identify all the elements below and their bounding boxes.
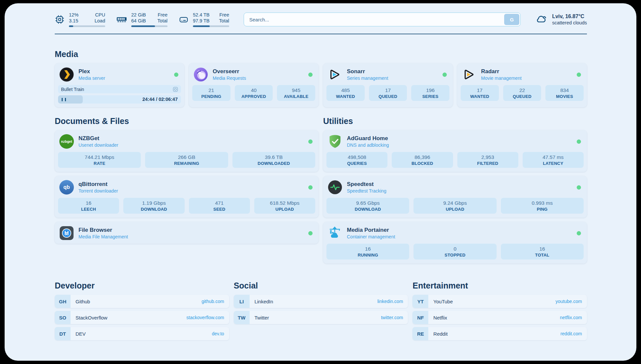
memory-label2: Total	[157, 18, 168, 24]
section-media: Media Plex Media server	[55, 49, 587, 107]
bookmark-youtube[interactable]: YT YouTube youtube.com	[412, 295, 587, 308]
bookmark-abbr: YT	[412, 295, 428, 308]
status-dot	[308, 185, 313, 190]
app-title: NZBGet	[78, 135, 118, 142]
top-bar: 12%3.15 CPULoad 22 GiB64 GiB FreeTotal	[55, 12, 587, 27]
adguard-logo-icon	[328, 134, 342, 149]
app-subtitle: Container management	[347, 234, 395, 239]
entertainment-section-title: Entertainment	[412, 281, 587, 290]
bookmark-url: dev.to	[212, 331, 224, 336]
stat-upload: 9.24 GbpsUPLOAD	[413, 198, 496, 214]
bookmark-twitter[interactable]: TW Twitter twitter.com	[234, 311, 408, 324]
weather-widget[interactable]: Lviv, 16.87°C scattered clouds	[535, 14, 587, 25]
bookmark-abbr: LI	[234, 295, 250, 308]
status-dot	[308, 73, 313, 77]
now-playing-title: Bullet Train	[61, 87, 84, 92]
bookmark-linkedin[interactable]: LI LinkedIn linkedin.com	[234, 295, 408, 308]
app-title: Speedtest	[347, 181, 386, 188]
status-dot	[577, 139, 581, 144]
app-subtitle: Media File Management	[78, 234, 128, 239]
app-card-radarr[interactable]: Radarr Movie management 17WANTED 22QUEUE…	[457, 63, 587, 107]
utilities-section-title: Utilities	[323, 116, 587, 126]
stat-filtered: 2,953FILTERED	[457, 152, 518, 168]
stat-blocked: 86,396BLOCKED	[392, 152, 453, 168]
cpu-label2: Load	[95, 18, 105, 24]
stat-running: 16RUNNING	[326, 244, 409, 259]
cpu-progress-bar	[69, 25, 105, 27]
cpu-label1: CPU	[95, 12, 105, 18]
disk-stat-widget: 52.4 TB97.9 TB FreeTotal	[179, 12, 229, 27]
bookmark-abbr: RE	[412, 327, 428, 340]
app-card-filebrowser[interactable]: File Browser Media File Management	[55, 222, 319, 244]
app-card-qbittorrent[interactable]: qb qBittorrent Torrent downloader 16LEEC…	[55, 176, 319, 218]
app-title: Radarr	[481, 68, 522, 75]
now-playing-title-row: Bullet Train	[58, 85, 181, 93]
status-dot	[174, 73, 178, 77]
stat-wanted: 485WANTED	[326, 85, 365, 101]
cpu-load-value: 3.15	[69, 18, 78, 24]
status-dot	[577, 73, 581, 77]
search-input[interactable]	[244, 13, 521, 26]
now-playing-progress[interactable]: 24:44 / 02:06:47	[58, 95, 181, 104]
bookmark-url: twitter.com	[381, 315, 403, 320]
stat-seed: 471SEED	[189, 198, 250, 214]
app-title: AdGuard Home	[347, 135, 389, 142]
pause-icon[interactable]	[62, 98, 66, 101]
bookmark-abbr: TW	[234, 311, 250, 324]
bookmark-dev[interactable]: DT DEV dev.to	[55, 327, 229, 340]
app-subtitle: Usenet downloader	[78, 142, 118, 148]
portainer-logo-icon	[328, 226, 342, 240]
app-card-speedtest[interactable]: Speedtest Speedtest Tracking 9.65 GbpsDO…	[323, 176, 587, 218]
plex-logo-icon	[59, 67, 74, 82]
bookmark-github[interactable]: GH Github github.com	[55, 295, 229, 308]
app-card-plex[interactable]: Plex Media server Bullet Train	[55, 63, 184, 107]
bookmark-url: github.com	[201, 299, 224, 304]
cpu-percent: 12%	[69, 12, 78, 18]
stat-latency: 47.57 msLATENCY	[523, 152, 584, 168]
app-title: Overseerr	[213, 68, 246, 75]
app-card-adguard[interactable]: AdGuard Home DNS and adblocking 498,508Q…	[323, 130, 587, 172]
app-title: Sonarr	[347, 68, 388, 75]
bookmark-reddit[interactable]: RE Reddit reddit.com	[412, 327, 587, 340]
stat-total: 16TOTAL	[501, 244, 584, 259]
search-engine-button[interactable]: G	[504, 14, 519, 25]
section-documents: Documents & Files nzbget NZBGet Usenet d…	[55, 116, 319, 248]
app-card-portainer[interactable]: Media Portainer Container management 16R…	[323, 222, 587, 263]
app-subtitle: Series management	[347, 76, 388, 81]
status-dot	[577, 185, 581, 190]
memory-progress-bar	[131, 25, 168, 27]
disk-free: 52.4 TB	[193, 12, 210, 18]
bookmark-name: StackOverflow	[76, 315, 107, 320]
sonarr-logo-icon	[328, 67, 342, 82]
stat-leech: 16LEECH	[58, 198, 119, 214]
media-section-title: Media	[55, 49, 587, 59]
memory-icon	[116, 15, 127, 24]
bookmark-name: DEV	[76, 331, 86, 337]
app-card-overseerr[interactable]: Overseerr Media Requests 21PENDING 40APP…	[189, 63, 319, 107]
bookmark-netflix[interactable]: NF Netflix netflix.com	[412, 311, 587, 324]
app-card-sonarr[interactable]: Sonarr Series management 485WANTED 17QUE…	[323, 63, 453, 107]
app-card-nzbget[interactable]: nzbget NZBGet Usenet downloader 744.21 M…	[55, 130, 319, 172]
bookmark-url: stackoverflow.com	[186, 315, 224, 320]
app-subtitle: Torrent downloader	[78, 188, 118, 194]
developer-section-title: Developer	[55, 281, 229, 290]
documents-section-title: Documents & Files	[55, 116, 319, 126]
speedtest-logo-icon	[328, 180, 342, 195]
bookmark-group-social: Social LI LinkedIn linkedin.com TW Twitt…	[234, 281, 408, 327]
topbar-divider	[55, 34, 587, 34]
stat-approved: 40APPROVED	[235, 85, 273, 101]
disk-label2: Total	[219, 18, 229, 24]
stat-wanted: 17WANTED	[461, 85, 499, 101]
bookmark-name: Github	[76, 299, 90, 304]
status-dot	[443, 73, 447, 77]
bookmark-name: Reddit	[433, 331, 447, 337]
memory-label1: Free	[158, 12, 168, 18]
bookmark-url: reddit.com	[561, 331, 582, 336]
weather-location-temp: Lviv, 16.87°C	[552, 14, 587, 19]
status-dot	[577, 231, 581, 235]
app-title: Media Portainer	[347, 227, 395, 233]
stat-downloaded: 39.6 TBDOWNLOADED	[232, 152, 315, 168]
stat-queued: 22QUEUED	[503, 85, 541, 101]
bookmark-stackoverflow[interactable]: SO StackOverflow stackoverflow.com	[55, 311, 229, 324]
app-subtitle: Media server	[78, 76, 105, 81]
